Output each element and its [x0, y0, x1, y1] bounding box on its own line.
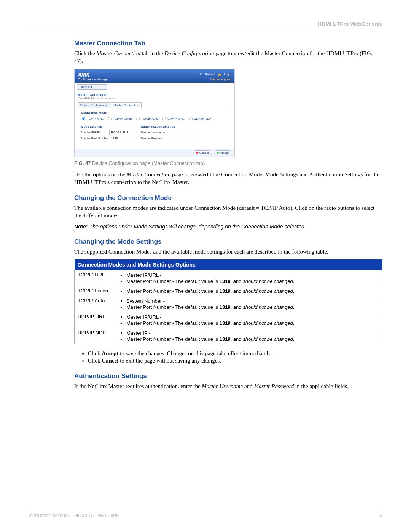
section-header: Master Connection View/Edit Master Conne…	[75, 91, 234, 100]
s2-p1: The available connection modes are indic…	[74, 204, 382, 220]
footer-left: Instruction Manual – HDMI-UTPRO-0808	[29, 513, 119, 518]
master-user-input[interactable]	[169, 130, 192, 135]
radio-tcp-ip-listen[interactable]: TCP/IP Listen	[107, 116, 132, 121]
radio-row: TCP/IP URLTCP/IP ListenTCP/IP AutoUDP/IP…	[81, 116, 228, 121]
refresh-link[interactable]: Refresh	[205, 73, 215, 76]
amx-logo: AMX	[78, 71, 108, 78]
section-auth-settings: Authentication Settings	[74, 372, 382, 380]
list-item: Click Cancel to exit the page without sa…	[88, 358, 382, 364]
fig-topbar: AMX Configuration Manager ↻ Refresh 🔒 Lo…	[75, 69, 234, 83]
mode-settings-label: Mode Settings	[81, 125, 133, 128]
table-row: TCP/IP URLMaster IP/URL -Master Port Num…	[75, 270, 382, 286]
page-footer: Instruction Manual – HDMI-UTPRO-0808 73	[29, 510, 382, 518]
section-changing-mode-settings: Changing the Mode Settings	[74, 238, 382, 246]
accept-icon	[217, 152, 219, 154]
section-master-connection-tab: Master Connection Tab	[74, 40, 382, 47]
modes-table: Connection Modes and Mode Settings Optio…	[74, 259, 382, 344]
s1-p1: Click the Master Connection tab in the D…	[74, 50, 382, 65]
master-pass-label: Master Password	[141, 137, 167, 140]
list-item: Click Accept to save the changes. Change…	[88, 350, 382, 357]
s2-note: Note: The options under Mode Settings wi…	[74, 224, 382, 230]
page-header-right: HDMI UTPro WebConsole	[29, 21, 382, 27]
admin-dropdown[interactable]: Admin ▾	[77, 84, 107, 90]
auth-settings-label: Authentication Settings	[141, 125, 192, 128]
master-port-label: Master Port Number	[81, 137, 108, 140]
lock-icon[interactable]: 🔒	[218, 73, 221, 76]
master-ip-input[interactable]	[109, 130, 132, 135]
tab-device-config[interactable]: Device Configuration	[78, 102, 111, 108]
connection-mode-label: Connection Mode	[81, 111, 228, 115]
radio-udp-ip-ndp[interactable]: UDP/IP NDP	[188, 116, 212, 121]
radio-tcp-ip-url[interactable]: TCP/IP URL	[81, 116, 104, 121]
modes-table-header: Connection Modes and Mode Settings Optio…	[75, 259, 382, 270]
section-changing-connection-mode: Changing the Connection Mode	[74, 194, 382, 202]
accept-cancel-list: Click Accept to save the changes. Change…	[88, 350, 382, 364]
s4-p1: If the NetLinx Master requires authentic…	[74, 382, 382, 390]
fig-panel: Connection Mode TCP/IP URLTCP/IP ListenT…	[78, 108, 231, 146]
radio-tcp-ip-auto[interactable]: TCP/IP Auto	[135, 116, 158, 121]
master-pass-input[interactable]	[169, 136, 192, 141]
after-fig-p: Use the options on the Master Connection…	[74, 171, 382, 186]
radio-udp-ip-url[interactable]: UDP/IP URL	[162, 116, 185, 121]
accept-button[interactable]: Accept	[214, 150, 231, 155]
cancel-button[interactable]: Cancel	[193, 150, 211, 155]
fig-47-caption: FIG. 47 Device Configuration page (Maste…	[74, 160, 382, 166]
cancel-icon	[196, 152, 198, 154]
tab-master-connection[interactable]: Master Connection	[111, 102, 142, 108]
hr-top	[29, 29, 382, 29]
login-link[interactable]: Login	[224, 73, 231, 76]
table-row: UDP/IP NDPMaster IP -Master Port Number …	[75, 328, 382, 344]
table-row: TCP/IP ListenMaster Port Number - The de…	[75, 286, 382, 296]
footer-right: 73	[377, 513, 382, 518]
refresh-icon[interactable]: ↻	[200, 73, 202, 76]
top-links: ↻ Refresh 🔒 Login Welcome guest	[200, 73, 231, 81]
master-port-input[interactable]	[110, 136, 133, 141]
welcome-text: Welcome guest	[200, 78, 231, 81]
s3-p1: The supported Connection Modes and the a…	[74, 248, 382, 256]
master-ip-label: Master IP/URL	[81, 131, 108, 134]
fig-tabs: Device Configuration Master Connection	[78, 102, 231, 108]
amx-logo-sub: Configuration Manager	[78, 78, 108, 81]
table-row: TCP/IP AutoSystem Number -Master Port Nu…	[75, 296, 382, 312]
master-user-label: Master Username	[141, 131, 167, 134]
fig-footer: Cancel Accept	[75, 149, 234, 157]
fig-47-image: AMX Configuration Manager ↻ Refresh 🔒 Lo…	[74, 69, 235, 157]
table-row: UDP/IP URLMaster IP/URL -Master Port Num…	[75, 312, 382, 328]
